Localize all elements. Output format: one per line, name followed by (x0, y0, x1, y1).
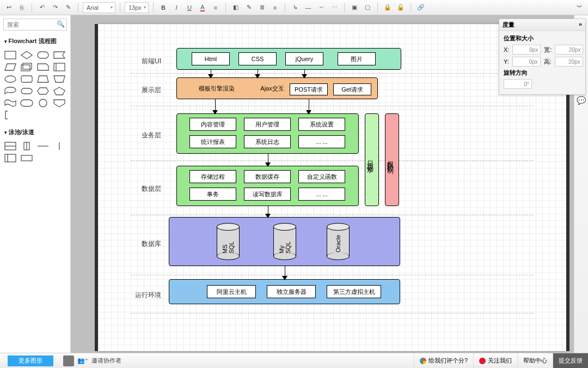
box-rw[interactable]: 读写数据库 (244, 188, 291, 201)
avatar[interactable] (63, 355, 74, 366)
box-vhost[interactable]: 第三方虚拟主机 (327, 285, 381, 298)
shape-card[interactable] (37, 63, 49, 71)
link-rate[interactable]: 给我们评个分? (414, 353, 473, 368)
align-button[interactable]: ≡ (210, 2, 221, 13)
link-help[interactable]: 帮助中心 (517, 353, 553, 368)
shape-parallelogram[interactable] (4, 63, 16, 71)
line-style-button[interactable]: ≣ (256, 2, 267, 13)
box-html[interactable]: Html (192, 52, 230, 65)
shape-hex[interactable] (37, 87, 49, 95)
line-dashed-button[interactable]: ┄ (316, 2, 327, 13)
box-dedi[interactable]: 独立服务器 (267, 285, 316, 298)
shape-box[interactable] (21, 154, 33, 162)
box-aliyun[interactable]: 阿里云主机 (207, 285, 256, 298)
box-dots1[interactable]: ... ... (298, 135, 345, 148)
shape-lane-h[interactable] (37, 142, 49, 150)
shape-pool-h[interactable] (4, 142, 16, 150)
box-fn[interactable]: 自定义函数 (298, 170, 345, 183)
box-log[interactable]: 日志记录 (365, 113, 379, 206)
bring-front-button[interactable]: ▣ (349, 2, 360, 13)
input-rot[interactable] (504, 79, 532, 89)
box-sys[interactable]: 系统设置 (298, 118, 345, 131)
shape-shield[interactable] (53, 99, 65, 107)
box-jquery[interactable]: jQuery (285, 52, 323, 65)
shape-lane-v[interactable] (53, 142, 65, 150)
input-x[interactable] (512, 45, 541, 55)
shape-doc-stack[interactable] (21, 63, 33, 71)
box-user[interactable]: 用户管理 (244, 118, 291, 131)
box-post[interactable]: POST请求 (290, 83, 328, 95)
more-shapes-button[interactable]: 更多图形 (8, 355, 53, 366)
shape-stadium2[interactable] (21, 87, 33, 95)
stroke-color-button[interactable]: ✎ (243, 2, 254, 13)
font-select[interactable]: Arial▾ (83, 2, 115, 13)
db-mssql[interactable]: MS SQL (217, 223, 240, 260)
input-w[interactable] (555, 45, 583, 55)
shape-circle[interactable] (37, 99, 49, 107)
box-syslog[interactable]: 系统日志 (244, 135, 291, 148)
inspector-collapse-icon[interactable]: » (579, 21, 582, 29)
shape-trapezoid[interactable] (37, 75, 49, 83)
unlock-button[interactable]: 🔓 (395, 2, 406, 13)
box-stats[interactable]: 统计报表 (189, 135, 236, 148)
format-painter-icon[interactable]: ✎ (63, 2, 74, 13)
box-tpl[interactable]: 模板引擎渲染 (189, 82, 244, 95)
box-css[interactable]: CSS (238, 52, 277, 65)
line-width-button[interactable]: ≡ (270, 2, 280, 13)
box-content[interactable]: 内容管理 (189, 118, 236, 131)
box-ajax[interactable]: Ajax交互 (256, 82, 289, 95)
box-dots2[interactable]: ... ... (298, 188, 345, 201)
box-img[interactable]: 图片 (338, 52, 376, 65)
nav-comment-icon[interactable]: 💬 (576, 95, 587, 106)
bold-button[interactable]: B (158, 2, 169, 13)
shape-pool-v[interactable] (21, 142, 33, 150)
line-dotted-button[interactable]: ⋯ (329, 2, 340, 13)
input-h[interactable] (555, 57, 583, 67)
shape-bracket[interactable] (53, 63, 65, 71)
connector-button[interactable]: ↳ (290, 2, 301, 13)
section-pool[interactable]: 泳池/泳道 (0, 125, 70, 140)
fill-button[interactable]: ◧ (230, 2, 241, 13)
shape-header[interactable] (4, 154, 16, 162)
shape-callout[interactable] (4, 87, 16, 95)
shape-flag[interactable] (53, 51, 65, 59)
invite-label[interactable]: 邀请协作者 (91, 357, 121, 365)
collapse-toolbar-icon[interactable]: ︾ (574, 2, 585, 13)
back-icon[interactable]: ↶ (36, 2, 47, 13)
forward-icon[interactable]: ↷ (50, 2, 60, 13)
redo-icon[interactable]: ⎘ (16, 2, 27, 13)
shape-trapezoid2[interactable] (53, 75, 65, 83)
shape-capsule[interactable] (21, 99, 33, 107)
add-collab-icon[interactable]: 👥⁺ (77, 357, 88, 364)
link-feedback[interactable]: 提交反馈 (553, 353, 588, 368)
box-get[interactable]: Get请求 (333, 83, 371, 95)
shape-diamond[interactable] (21, 51, 33, 59)
shape-wave[interactable] (4, 99, 16, 107)
shape-rounded[interactable] (37, 51, 49, 59)
paper[interactable]: 前端UI 展示层 业务层 数据层 数据库 运行环境 Html CSS jQuer… (98, 24, 566, 351)
line-solid-button[interactable]: — (303, 2, 314, 13)
box-cache[interactable]: 数据缓存 (244, 170, 291, 183)
lock-button[interactable]: 🔒 (382, 2, 393, 13)
font-color-button[interactable]: A (197, 2, 208, 13)
underline-button[interactable]: U (184, 2, 195, 13)
input-y[interactable] (512, 57, 541, 67)
shape-bracket-l[interactable] (4, 111, 10, 119)
fontsize-select[interactable]: 13px▾ (125, 2, 149, 13)
db-mysql[interactable]: My SQL (273, 223, 296, 260)
undo-button[interactable]: ↩ (3, 2, 14, 13)
shape-pentagon[interactable] (53, 87, 65, 95)
send-back-button[interactable]: ▢ (362, 2, 373, 13)
shape-rect[interactable] (4, 51, 16, 59)
italic-button[interactable]: I (171, 2, 182, 13)
link-follow[interactable]: 关注我们 (473, 353, 517, 368)
box-auth[interactable]: 权限控制 (385, 113, 399, 206)
link-button[interactable]: 🔗 (415, 2, 426, 13)
shape-stadium[interactable] (21, 75, 33, 83)
box-tx[interactable]: 事务 (189, 188, 236, 201)
section-flowchart[interactable]: Flowchart 流程图 (0, 34, 70, 49)
box-sp[interactable]: 存储过程 (189, 170, 236, 183)
db-oracle[interactable]: Oracle (327, 223, 350, 260)
search-icon[interactable]: 🔍 (57, 20, 65, 28)
shape-oval[interactable] (4, 75, 16, 83)
